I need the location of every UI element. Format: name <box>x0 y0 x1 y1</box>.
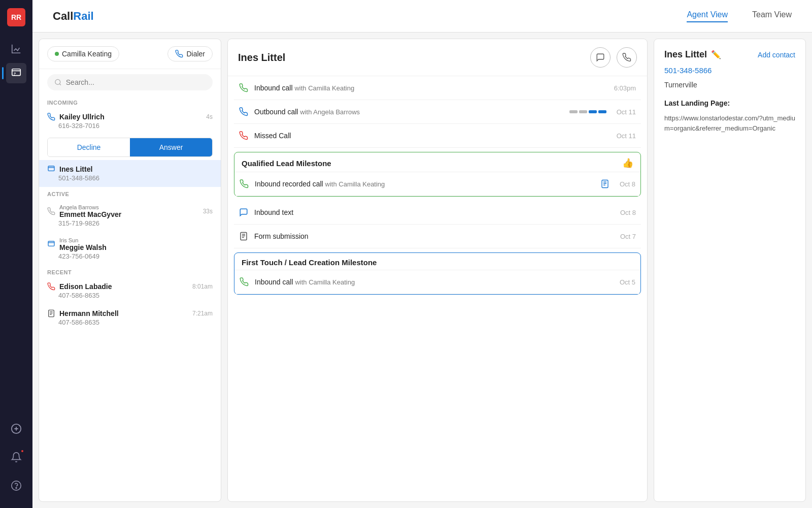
active-agent: Angela Barrows <box>59 204 121 210</box>
contact-name: Ines Littel <box>47 165 92 173</box>
contact-name: Edison Labadie <box>47 282 112 291</box>
missed-call-icon <box>239 131 248 140</box>
agent-name: Camilla Keating <box>62 50 112 58</box>
contact-name: Iris Sun Meggie Walsh <box>47 237 107 251</box>
main-container: CallRail Agent View Team View Camilla Ke… <box>32 0 812 508</box>
nav-analytics[interactable] <box>6 39 26 59</box>
dialer-button[interactable]: Dialer <box>167 46 213 61</box>
first-touch-call-icon <box>240 277 249 287</box>
activity-item-time: Oct 5 <box>620 278 635 286</box>
edit-icon[interactable]: ✏️ <box>711 50 721 59</box>
nav-add[interactable] <box>6 419 26 439</box>
contact-time: 7:21am <box>192 310 213 317</box>
contact-name: Kailey Ullrich <box>47 113 105 121</box>
search-box <box>39 69 221 96</box>
outbound-call-icon <box>239 107 248 116</box>
activity-item[interactable]: Inbound text Oct 8 <box>234 201 641 225</box>
nav-agent-view[interactable]: Agent View <box>687 10 728 22</box>
last-landing-label: Last Landing Page: <box>664 99 795 107</box>
outbound-bars <box>569 110 606 113</box>
call-action-button[interactable] <box>617 47 637 68</box>
first-touch-card: First Touch / Lead Creation Milestone In… <box>234 252 641 295</box>
svg-rect-8 <box>602 180 608 188</box>
activity-card: Ines Littel <box>227 39 648 502</box>
milestone-icon: 👍 <box>622 157 633 169</box>
app-logo: CallRail <box>53 10 94 23</box>
detail-header: Ines Littel ✏️ Add contact <box>664 49 795 60</box>
nav-team-view[interactable]: Team View <box>752 10 792 22</box>
activity-item[interactable]: Inbound recorded call with Camilla Keati… <box>234 172 640 196</box>
incoming-call-icon <box>47 113 55 121</box>
activity-item-text: Inbound recorded call with Camilla Keati… <box>255 180 594 188</box>
activity-item-text: Inbound call with Camilla Keating <box>255 278 614 286</box>
top-header: CallRail Agent View Team View <box>32 0 812 33</box>
header-nav: Agent View Team View <box>687 10 792 22</box>
activity-item[interactable]: Inbound call with Camilla Keating 6:03pm <box>234 76 641 100</box>
last-landing-url: https://www.lonstarlodestar.com/?utm_med… <box>664 113 795 133</box>
milestone-header: Qualified Lead Milestone 👍 <box>234 152 640 172</box>
contact-phone: 407-586-8635 <box>47 319 213 326</box>
search-icon <box>54 78 62 86</box>
content-area: Camilla Keating Dialer <box>32 33 812 508</box>
agent-status-button[interactable]: Camilla Keating <box>47 46 119 61</box>
nav-sidebar: RR <box>0 0 32 508</box>
svg-rect-0 <box>12 69 21 76</box>
milestone-title: Qualified Lead Milestone <box>242 159 331 168</box>
activity-item-text: Outbound call with Angela Barrows <box>254 108 563 116</box>
document-icon <box>600 179 610 188</box>
nav-notifications[interactable] <box>6 447 26 467</box>
svg-rect-6 <box>48 241 54 246</box>
list-item[interactable]: Hermann Mitchell 7:21am 407-586-8635 <box>39 304 221 331</box>
contact-panel: Camilla Keating Dialer <box>39 39 221 502</box>
activity-actions <box>590 47 637 68</box>
activity-item-time: Oct 11 <box>617 108 636 116</box>
detail-phone[interactable]: 501-348-5866 <box>664 66 795 75</box>
first-touch-header: First Touch / Lead Creation Milestone <box>234 253 640 270</box>
activity-item[interactable]: Form submission Oct 7 <box>234 225 641 248</box>
contact-time: 8:01am <box>192 283 213 290</box>
activity-item-time: 6:03pm <box>614 84 636 92</box>
add-contact-button[interactable]: Add contact <box>758 51 795 59</box>
contact-time: 33s <box>203 208 213 215</box>
list-item[interactable]: Kailey Ullrich 4s 616-328-7016 <box>39 108 221 135</box>
first-touch-title: First Touch / Lead Creation Milestone <box>242 258 633 267</box>
activity-item[interactable]: Outbound call with Angela Barrows Oct 11 <box>234 100 641 124</box>
activity-panel: Ines Littel <box>221 33 654 508</box>
inbound-call-icon <box>239 83 248 92</box>
decline-button[interactable]: Decline <box>48 138 130 156</box>
active-call-icon <box>47 207 55 215</box>
missed-call-icon <box>47 282 55 291</box>
search-input[interactable] <box>66 78 206 86</box>
nav-help[interactable] <box>6 475 26 496</box>
contact-phone: 315-719-9826 <box>47 219 213 227</box>
active-agent-2: Iris Sun <box>59 237 107 243</box>
activity-contact-name: Ines Littel <box>238 52 285 64</box>
answer-button[interactable]: Answer <box>130 138 212 156</box>
activity-item-time: Oct 8 <box>620 180 635 188</box>
recent-label: RECENT <box>39 265 221 277</box>
activity-item[interactable]: Missed Call Oct 11 <box>234 124 641 148</box>
status-indicator <box>55 52 59 56</box>
list-item[interactable]: Ines Littel 501-348-5866 <box>39 160 221 187</box>
activity-header: Ines Littel <box>228 39 647 76</box>
milestone-card: Qualified Lead Milestone 👍 Inbound recor… <box>234 152 641 197</box>
list-item[interactable]: Angela Barrows Emmett MacGyver 33s 315-7… <box>39 199 221 232</box>
activity-item-text: Inbound call with Camilla Keating <box>254 84 608 92</box>
list-item[interactable]: Iris Sun Meggie Walsh 423-756-0649 <box>39 232 221 265</box>
contact-scroll: INCOMING Kailey Ullrich 4s 616-328-7016 <box>39 96 221 501</box>
incoming-actions: Decline Answer <box>47 138 213 157</box>
activity-item-time: Oct 8 <box>620 209 636 216</box>
inbound-text-icon <box>239 208 248 217</box>
contact-phone: 616-328-7016 <box>47 122 213 130</box>
svg-point-3 <box>16 488 17 489</box>
activity-item[interactable]: Inbound call with Camilla Keating Oct 5 <box>234 270 640 294</box>
message-icon <box>47 165 55 173</box>
nav-conversations[interactable] <box>6 63 26 83</box>
contact-name: Hermann Mitchell <box>47 309 119 318</box>
list-item[interactable]: Edison Labadie 8:01am 407-586-8635 <box>39 277 221 304</box>
message-icon <box>47 240 55 248</box>
form-icon <box>47 309 55 318</box>
message-action-button[interactable] <box>590 47 611 68</box>
activity-item-time: Oct 11 <box>617 132 636 140</box>
search-wrap[interactable] <box>47 74 213 90</box>
